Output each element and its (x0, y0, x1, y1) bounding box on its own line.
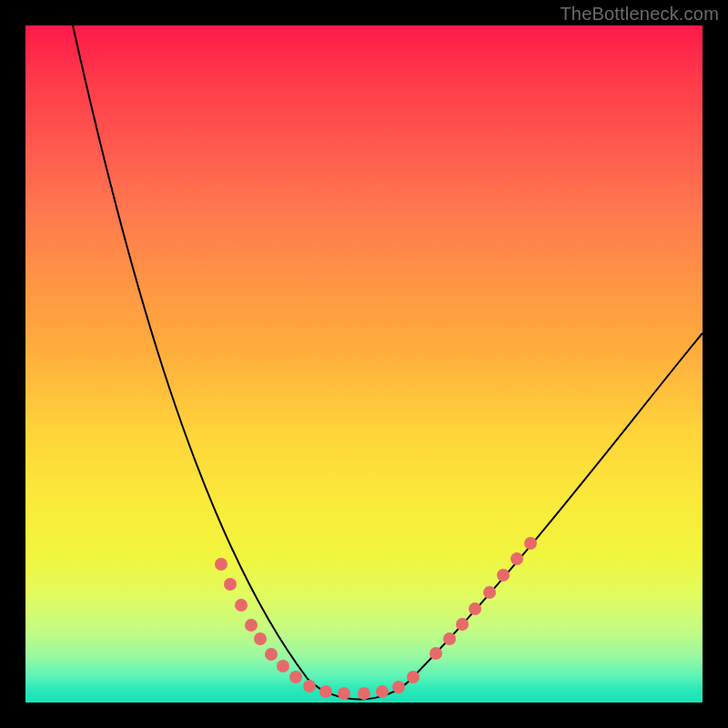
chart-svg (25, 25, 703, 703)
dot-left-12 (376, 685, 389, 698)
dot-left-0 (215, 558, 228, 571)
chart-plot-area (25, 25, 703, 703)
watermark-text: TheBottleneck.com (560, 4, 719, 25)
dot-left-14 (407, 671, 420, 683)
dot-left-9 (319, 685, 332, 698)
dot-left-4 (254, 632, 267, 645)
dot-right-3 (469, 602, 481, 615)
dot-left-5 (265, 648, 278, 661)
dot-right-6 (511, 552, 523, 565)
dot-right-1 (443, 632, 456, 645)
dot-right-2 (456, 618, 469, 631)
dot-right-0 (430, 647, 442, 660)
dot-left-10 (338, 687, 350, 700)
dot-left-7 (289, 671, 302, 683)
dot-left-3 (245, 619, 258, 632)
dot-left-6 (277, 660, 289, 672)
dot-left-11 (358, 687, 370, 700)
dot-right-5 (497, 569, 510, 581)
dot-right-7 (524, 537, 537, 550)
dot-left-8 (303, 680, 316, 693)
dot-left-1 (224, 578, 237, 591)
dot-left-13 (392, 681, 405, 693)
bottleneck-curve-line (73, 25, 703, 700)
dot-right-4 (483, 586, 496, 599)
dot-left-2 (235, 599, 248, 612)
